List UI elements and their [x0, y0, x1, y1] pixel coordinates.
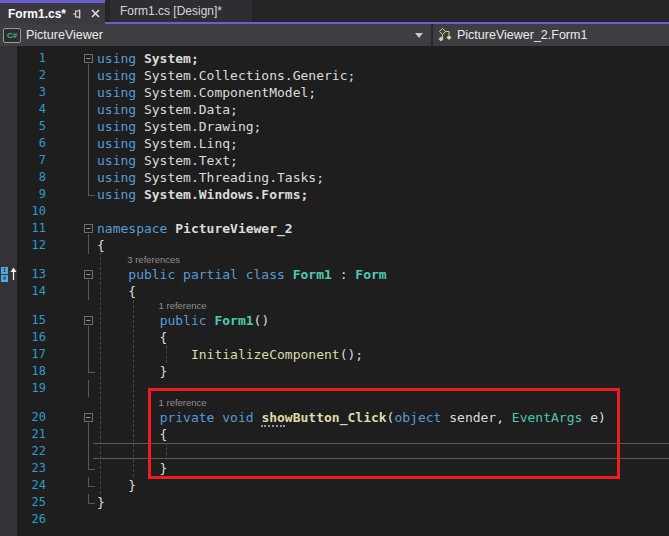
fold-margin[interactable]	[47, 460, 97, 477]
code-line[interactable]: 26	[0, 511, 669, 528]
project-scope-dropdown[interactable]: C# PictureViewer	[0, 24, 431, 46]
code-line[interactable]: 18 }	[0, 363, 669, 380]
chevron-down-icon[interactable]	[415, 33, 423, 38]
code-line[interactable]: 19	[0, 380, 669, 397]
fold-margin[interactable]	[47, 329, 97, 346]
codelens-label[interactable]: 1 reference	[159, 300, 207, 311]
line-number: 18	[17, 363, 47, 380]
code-editor[interactable]: 1−using System;2using System.Collections…	[0, 46, 669, 536]
tab-label: Form1.cs*	[8, 7, 66, 21]
fold-margin[interactable]: −	[47, 50, 97, 67]
fold-margin[interactable]	[47, 443, 97, 460]
tab-form1-cs[interactable]: Form1.cs*	[0, 0, 105, 24]
code-line[interactable]: 12{	[0, 237, 669, 254]
line-number: 14	[17, 283, 47, 300]
code-line[interactable]: 6using System.Linq;	[0, 135, 669, 152]
code-navigation-bar: C# PictureViewer PictureViewer_2.Form1	[0, 24, 669, 46]
code-line[interactable]: 10	[0, 203, 669, 220]
line-number: 20	[17, 409, 47, 426]
fold-margin[interactable]	[47, 169, 97, 186]
fold-margin[interactable]	[47, 346, 97, 363]
tab-label: Form1.cs [Design]*	[120, 4, 222, 18]
fold-margin[interactable]	[47, 494, 97, 511]
codelens-row[interactable]: 3 references	[0, 254, 669, 266]
line-number: 24	[17, 477, 47, 494]
code-line[interactable]: 3using System.ComponentModel;	[0, 84, 669, 101]
line-number: 7	[17, 152, 47, 169]
fold-margin[interactable]	[47, 118, 97, 135]
fold-margin[interactable]	[47, 511, 97, 528]
fold-margin[interactable]: −	[47, 266, 97, 283]
code-line[interactable]: 25}	[0, 494, 669, 511]
fold-margin[interactable]	[47, 237, 97, 254]
fold-margin[interactable]: −	[47, 409, 97, 426]
line-number: 16	[17, 329, 47, 346]
line-number: 22	[17, 443, 47, 460]
code-line[interactable]: 8using System.Threading.Tasks;	[0, 169, 669, 186]
member-scope-dropdown[interactable]: PictureViewer_2.Form1	[433, 24, 669, 46]
fold-margin[interactable]	[47, 84, 97, 101]
fold-margin[interactable]: −	[47, 220, 97, 237]
codelens-label[interactable]: 1 reference	[159, 397, 207, 408]
fold-margin[interactable]	[47, 363, 97, 380]
line-number: 25	[17, 494, 47, 511]
code-line[interactable]: 17 InitializeComponent();	[0, 346, 669, 363]
line-number: 4	[17, 101, 47, 118]
line-number: 8	[17, 169, 47, 186]
code-line[interactable]: 16 {	[0, 329, 669, 346]
code-line[interactable]: 5using System.Drawing;	[0, 118, 669, 135]
code-line[interactable]: 22	[0, 443, 669, 460]
close-icon[interactable]	[89, 7, 102, 20]
class-icon	[437, 27, 454, 43]
line-number: 1	[17, 50, 47, 67]
codelens-row[interactable]: 1 reference	[0, 397, 669, 409]
fold-margin[interactable]	[47, 283, 97, 300]
tab-form1-cs-design[interactable]: Form1.cs [Design]*	[110, 0, 252, 22]
fold-margin[interactable]	[47, 426, 97, 443]
code-line[interactable]: 11−namespace PictureViewer_2	[0, 220, 669, 237]
line-number: 17	[17, 346, 47, 363]
line-number: 26	[17, 511, 47, 528]
code-line[interactable]: 9using System.Windows.Forms;	[0, 186, 669, 203]
code-area[interactable]: 1−using System;2using System.Collections…	[0, 46, 669, 536]
fold-margin[interactable]	[47, 101, 97, 118]
csharp-project-icon: C#	[3, 28, 21, 43]
codelens-label[interactable]: 3 references	[127, 254, 180, 265]
code-line[interactable]: 14 {	[0, 283, 669, 300]
code-line[interactable]: 7using System.Text;	[0, 152, 669, 169]
code-line[interactable]: 24 }	[0, 477, 669, 494]
line-number: 12	[17, 237, 47, 254]
document-tab-strip: Form1.cs* Form1.cs [Design]*	[0, 0, 669, 24]
fold-margin[interactable]	[47, 380, 97, 397]
fold-collapse-box[interactable]: −	[84, 316, 93, 325]
member-scope-label: PictureViewer_2.Form1	[457, 28, 587, 42]
fold-margin[interactable]	[47, 186, 97, 203]
fold-margin[interactable]	[47, 152, 97, 169]
line-number: 2	[17, 67, 47, 84]
line-number: 19	[17, 380, 47, 397]
inheritance-margin-icon[interactable]: IO	[1, 267, 17, 282]
fold-collapse-box[interactable]: −	[84, 54, 93, 63]
fold-margin[interactable]: −	[47, 312, 97, 329]
code-line[interactable]: 20− private void showButton_Click(object…	[0, 409, 669, 426]
code-line[interactable]: 21 {	[0, 426, 669, 443]
code-line[interactable]: IO13− public partial class Form1 : Form	[0, 266, 669, 283]
line-number: 5	[17, 118, 47, 135]
pin-icon[interactable]	[71, 7, 84, 20]
fold-collapse-box[interactable]: −	[84, 224, 93, 233]
line-number: 23	[17, 460, 47, 477]
code-line[interactable]: 4using System.Data;	[0, 101, 669, 118]
code-line[interactable]: 2using System.Collections.Generic;	[0, 67, 669, 84]
code-line[interactable]: 1−using System;	[0, 50, 669, 67]
fold-collapse-box[interactable]: −	[84, 270, 93, 279]
code-line[interactable]: 23 }	[0, 460, 669, 477]
codelens-row[interactable]: 1 reference	[0, 300, 669, 312]
fold-margin[interactable]	[47, 135, 97, 152]
fold-margin[interactable]	[47, 477, 97, 494]
fold-margin[interactable]	[47, 203, 97, 220]
line-number: 3	[17, 84, 47, 101]
fold-margin[interactable]	[47, 67, 97, 84]
line-number: 6	[17, 135, 47, 152]
fold-collapse-box[interactable]: −	[84, 413, 93, 422]
code-line[interactable]: 15− public Form1()	[0, 312, 669, 329]
